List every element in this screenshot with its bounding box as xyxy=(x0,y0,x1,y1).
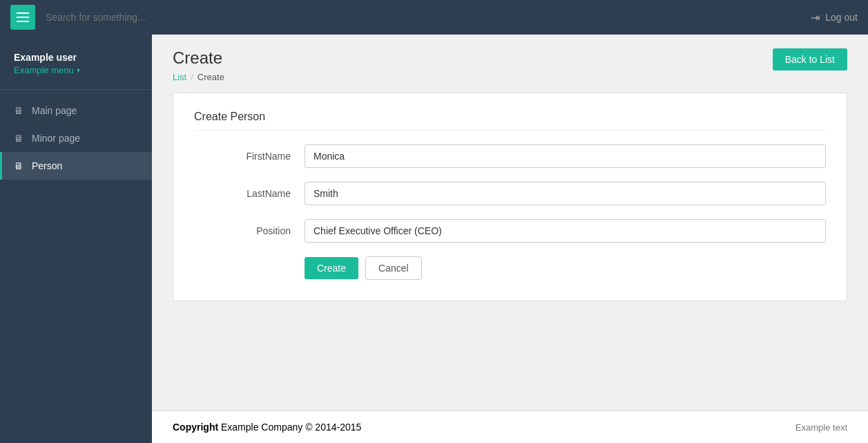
content-wrapper: Example user Example menu ▾ 🖥 Main page … xyxy=(0,35,868,443)
footer: Copyright Example Company © 2014-2015 Ex… xyxy=(152,411,868,443)
cancel-button[interactable]: Cancel xyxy=(365,256,422,280)
back-to-list-button[interactable]: Back to List xyxy=(773,48,847,70)
breadcrumb-separator: / xyxy=(191,72,193,82)
hamburger-button[interactable] xyxy=(10,5,35,30)
logout-area[interactable]: ⇥ Log out xyxy=(811,11,858,24)
top-navbar: ⇥ Log out xyxy=(0,0,868,35)
logout-label[interactable]: Log out xyxy=(825,12,858,23)
firstname-input[interactable] xyxy=(305,144,826,168)
sidebar-item-person[interactable]: 🖥 Person xyxy=(0,152,152,180)
sidebar-menu-label-text: Example menu xyxy=(14,65,74,75)
create-person-card: Create Person FirstName LastName Positio… xyxy=(173,93,847,301)
sidebar: Example user Example menu ▾ 🖥 Main page … xyxy=(0,35,152,443)
page-header: Create List / Create Back to List xyxy=(173,48,847,82)
main-inner: Create List / Create Back to List Create… xyxy=(152,35,868,411)
sidebar-item-main-page[interactable]: 🖥 Main page xyxy=(0,97,152,124)
form-actions: Create Cancel xyxy=(305,256,826,280)
lastname-label: LastName xyxy=(194,188,305,199)
create-button[interactable]: Create xyxy=(305,257,358,279)
copyright-label: Copyright xyxy=(173,422,218,433)
sidebar-item-label: Main page xyxy=(32,105,77,116)
monitor-icon-3: 🖥 xyxy=(14,160,23,171)
breadcrumb-current: Create xyxy=(197,72,224,82)
position-group: Position xyxy=(194,219,826,243)
sidebar-menu-toggle[interactable]: Example menu ▾ xyxy=(14,65,138,75)
page-title: Create xyxy=(173,48,224,68)
sidebar-user: Example user Example menu ▾ xyxy=(0,41,152,90)
chevron-down-icon: ▾ xyxy=(77,66,80,74)
lastname-input[interactable] xyxy=(305,182,826,205)
sidebar-item-label: Minor page xyxy=(32,133,80,144)
monitor-icon: 🖥 xyxy=(14,105,23,116)
main-content: Create List / Create Back to List Create… xyxy=(152,35,868,443)
breadcrumb-list-link[interactable]: List xyxy=(173,72,186,82)
logout-icon: ⇥ xyxy=(811,11,820,24)
footer-copyright: Copyright Example Company © 2014-2015 xyxy=(173,422,361,433)
sidebar-username: Example user xyxy=(14,52,138,63)
sidebar-item-minor-page[interactable]: 🖥 Minor page xyxy=(0,124,152,152)
page-title-section: Create List / Create xyxy=(173,48,224,82)
hamburger-icon xyxy=(17,12,29,22)
lastname-group: LastName xyxy=(194,182,826,205)
app-wrapper: ⇥ Log out Example user Example menu ▾ 🖥 … xyxy=(0,0,868,443)
monitor-icon-2: 🖥 xyxy=(14,133,23,144)
footer-right-text: Example text xyxy=(795,422,847,433)
company-text: Example Company © 2014-2015 xyxy=(221,422,361,433)
sidebar-nav: 🖥 Main page 🖥 Minor page 🖥 Person xyxy=(0,90,152,180)
firstname-group: FirstName xyxy=(194,144,826,168)
sidebar-item-label: Person xyxy=(32,160,62,171)
breadcrumb: List / Create xyxy=(173,72,224,82)
card-title: Create Person xyxy=(194,111,826,131)
position-input[interactable] xyxy=(305,219,826,243)
position-label: Position xyxy=(194,225,305,236)
firstname-label: FirstName xyxy=(194,151,305,162)
search-input[interactable] xyxy=(46,12,811,23)
